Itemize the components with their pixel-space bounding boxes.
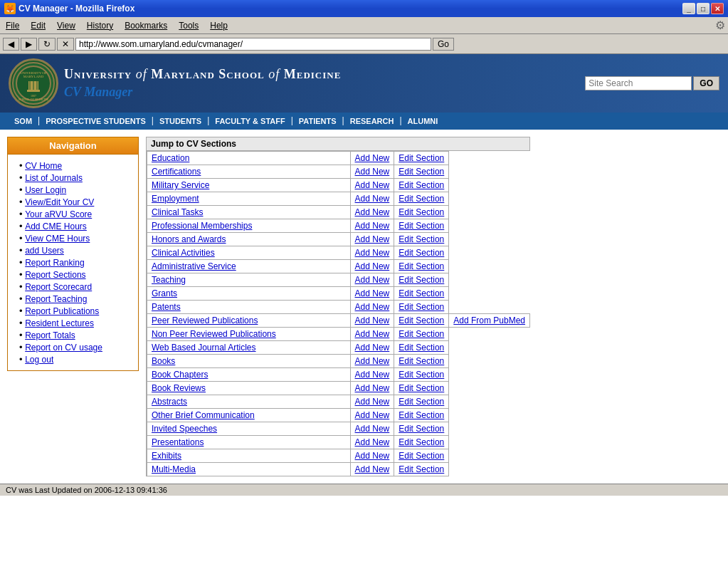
section-name-link[interactable]: Military Service bbox=[152, 180, 209, 190]
edit-section-link[interactable]: Edit Section bbox=[399, 234, 444, 244]
add-new-link[interactable]: Add New bbox=[355, 451, 390, 461]
edit-section-link[interactable]: Edit Section bbox=[399, 167, 444, 177]
add-from-pubmed-link[interactable]: Add From PubMed bbox=[453, 315, 525, 325]
add-new-link[interactable]: Add New bbox=[355, 194, 390, 204]
add-new-link[interactable]: Add New bbox=[355, 207, 390, 217]
sidebar-link[interactable]: Report Ranking bbox=[25, 258, 84, 268]
reload-button[interactable]: ↻ bbox=[38, 38, 56, 51]
section-name-link[interactable]: Professional Memberships bbox=[152, 221, 252, 231]
sidebar-item[interactable]: Log out bbox=[19, 354, 132, 365]
add-new-link[interactable]: Add New bbox=[355, 464, 390, 474]
sidebar-item[interactable]: Add CME Hours bbox=[19, 221, 132, 231]
section-name-link[interactable]: Clinical Tasks bbox=[152, 207, 203, 217]
sidebar-item[interactable]: Resident Lectures bbox=[19, 318, 132, 328]
sidebar-item[interactable]: Your aRVU Score bbox=[19, 209, 132, 219]
section-name-link[interactable]: Other Brief Communication bbox=[152, 410, 255, 420]
menu-help[interactable]: Help bbox=[204, 19, 233, 32]
add-new-link[interactable]: Add New bbox=[355, 221, 390, 231]
nav-research[interactable]: RESEARCH bbox=[344, 115, 400, 127]
section-name-link[interactable]: Exhibits bbox=[152, 451, 181, 461]
section-name-link[interactable]: Book Chapters bbox=[152, 370, 208, 380]
menu-file[interactable]: File bbox=[0, 19, 25, 32]
address-bar[interactable] bbox=[75, 38, 431, 51]
edit-section-link[interactable]: Edit Section bbox=[399, 261, 444, 271]
edit-section-link[interactable]: Edit Section bbox=[399, 370, 444, 380]
section-name-link[interactable]: Multi-Media bbox=[152, 464, 196, 474]
menu-tools[interactable]: Tools bbox=[173, 19, 204, 32]
sidebar-link[interactable]: Your aRVU Score bbox=[25, 209, 92, 219]
sidebar-link[interactable]: Report on CV usage bbox=[25, 343, 102, 353]
menu-bookmarks[interactable]: Bookmarks bbox=[119, 19, 173, 32]
section-name-link[interactable]: Grants bbox=[152, 288, 177, 298]
add-new-link[interactable]: Add New bbox=[355, 234, 390, 244]
sidebar-item[interactable]: View/Edit Your CV bbox=[19, 197, 132, 207]
nav-alumni[interactable]: ALUMNI bbox=[402, 115, 444, 127]
sidebar-item[interactable]: Report Teaching bbox=[19, 293, 132, 304]
sidebar-link[interactable]: Resident Lectures bbox=[25, 318, 94, 328]
section-name-link[interactable]: Books bbox=[152, 356, 175, 366]
section-name-link[interactable]: Presentations bbox=[152, 437, 204, 447]
edit-section-link[interactable]: Edit Section bbox=[399, 207, 444, 217]
edit-section-link[interactable]: Edit Section bbox=[399, 153, 444, 163]
sidebar-link[interactable]: User Login bbox=[25, 185, 66, 195]
section-name-link[interactable]: Clinical Activities bbox=[152, 248, 215, 258]
sidebar-item[interactable]: List of Journals bbox=[19, 172, 132, 183]
add-new-link[interactable]: Add New bbox=[355, 167, 390, 177]
edit-section-link[interactable]: Edit Section bbox=[399, 410, 444, 420]
section-name-link[interactable]: Certifications bbox=[152, 167, 201, 177]
back-button[interactable]: ◀ bbox=[3, 38, 19, 51]
edit-section-link[interactable]: Edit Section bbox=[399, 343, 444, 353]
sidebar-item[interactable]: Report Totals bbox=[19, 330, 132, 340]
edit-section-link[interactable]: Edit Section bbox=[399, 437, 444, 447]
nav-students[interactable]: STUDENTS bbox=[154, 115, 207, 127]
section-name-link[interactable]: Patents bbox=[152, 302, 181, 312]
add-new-link[interactable]: Add New bbox=[355, 288, 390, 298]
add-new-link[interactable]: Add New bbox=[355, 397, 390, 407]
edit-section-link[interactable]: Edit Section bbox=[399, 315, 444, 325]
sidebar-item[interactable]: Report Publications bbox=[19, 306, 132, 316]
stop-button[interactable]: ✕ bbox=[57, 38, 74, 51]
edit-section-link[interactable]: Edit Section bbox=[399, 248, 444, 258]
edit-section-link[interactable]: Edit Section bbox=[399, 288, 444, 298]
edit-section-link[interactable]: Edit Section bbox=[399, 424, 444, 434]
section-name-link[interactable]: Web Based Journal Articles bbox=[152, 343, 256, 353]
sidebar-link[interactable]: View/Edit Your CV bbox=[25, 197, 94, 207]
edit-section-link[interactable]: Edit Section bbox=[399, 451, 444, 461]
sidebar-link[interactable]: Report Scorecard bbox=[25, 282, 92, 292]
close-button[interactable]: ✕ bbox=[711, 3, 724, 14]
add-new-link[interactable]: Add New bbox=[355, 410, 390, 420]
add-new-link[interactable]: Add New bbox=[355, 261, 390, 271]
sidebar-link[interactable]: CV Home bbox=[25, 161, 62, 171]
menu-view[interactable]: View bbox=[51, 19, 81, 32]
sidebar-link[interactable]: Report Totals bbox=[25, 330, 75, 340]
section-name-link[interactable]: Administrative Service bbox=[152, 261, 236, 271]
sidebar-link[interactable]: Log out bbox=[25, 355, 53, 365]
edit-section-link[interactable]: Edit Section bbox=[399, 329, 444, 339]
menu-edit[interactable]: Edit bbox=[25, 19, 51, 32]
add-new-link[interactable]: Add New bbox=[355, 180, 390, 190]
sidebar-item[interactable]: User Login bbox=[19, 184, 132, 195]
add-new-link[interactable]: Add New bbox=[355, 302, 390, 312]
go-button[interactable]: Go bbox=[433, 38, 454, 51]
section-name-link[interactable]: Teaching bbox=[152, 275, 186, 285]
section-name-link[interactable]: Abstracts bbox=[152, 397, 187, 407]
sidebar-link[interactable]: Report Teaching bbox=[25, 294, 87, 304]
section-name-link[interactable]: Employment bbox=[152, 194, 199, 204]
section-name-link[interactable]: Non Peer Reviewed Publications bbox=[152, 329, 276, 339]
search-input[interactable] bbox=[585, 76, 692, 90]
edit-section-link[interactable]: Edit Section bbox=[399, 180, 444, 190]
section-name-link[interactable]: Book Reviews bbox=[152, 383, 206, 393]
edit-section-link[interactable]: Edit Section bbox=[399, 221, 444, 231]
edit-section-link[interactable]: Edit Section bbox=[399, 194, 444, 204]
sidebar-link[interactable]: List of Journals bbox=[25, 173, 83, 183]
sidebar-link[interactable]: Report Sections bbox=[25, 270, 85, 280]
add-new-link[interactable]: Add New bbox=[355, 248, 390, 258]
add-new-link[interactable]: Add New bbox=[355, 437, 390, 447]
edit-section-link[interactable]: Edit Section bbox=[399, 383, 444, 393]
section-name-link[interactable]: Honors and Awards bbox=[152, 234, 226, 244]
nav-som[interactable]: SOM bbox=[9, 115, 38, 127]
section-name-link[interactable]: Peer Reviewed Publications bbox=[152, 315, 258, 325]
edit-section-link[interactable]: Edit Section bbox=[399, 275, 444, 285]
minimize-button[interactable]: _ bbox=[682, 3, 695, 14]
sidebar-item[interactable]: CV Home bbox=[19, 160, 132, 171]
